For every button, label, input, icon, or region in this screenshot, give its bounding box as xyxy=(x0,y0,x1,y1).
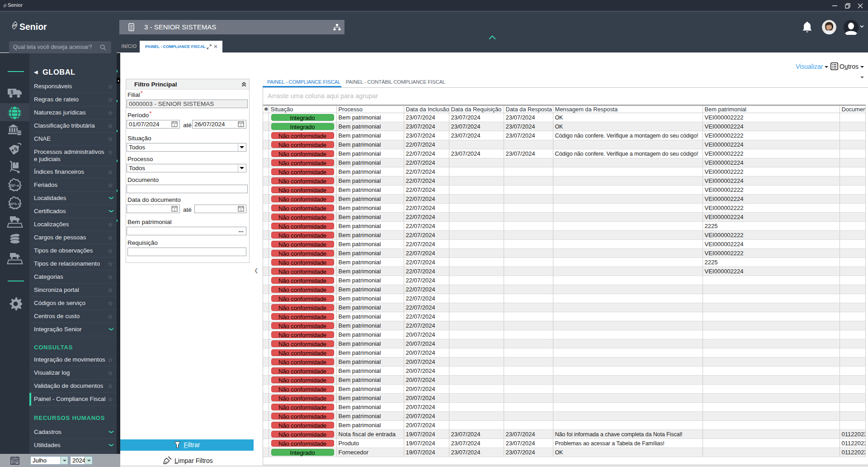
svg-text:NFS-e: NFS-e xyxy=(9,202,20,206)
svg-text:$: $ xyxy=(10,89,13,95)
svg-text:1: 1 xyxy=(174,124,175,127)
svg-text:1: 1 xyxy=(240,208,242,211)
svg-text:1: 1 xyxy=(174,208,175,211)
svg-text:NF-e: NF-e xyxy=(10,183,19,188)
svg-text:1: 1 xyxy=(240,124,242,127)
